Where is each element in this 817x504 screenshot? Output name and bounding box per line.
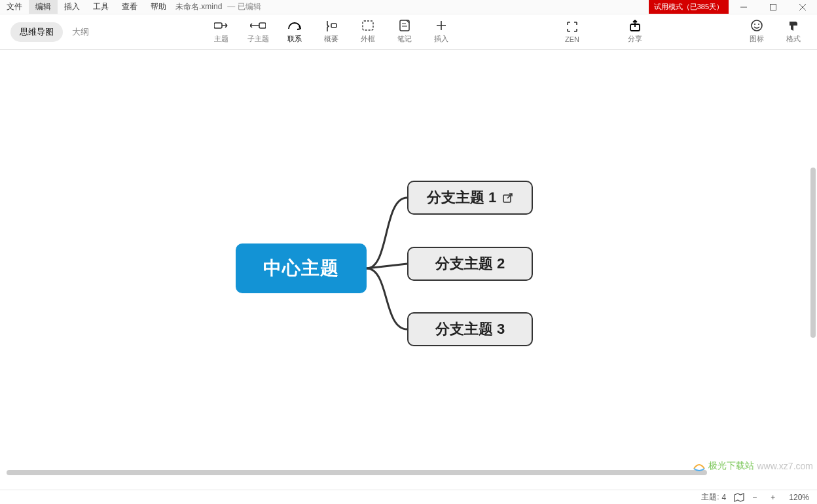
subtopic-label: 子主题 [247,34,269,44]
note-button[interactable]: 笔记 [386,20,423,44]
vertical-scrollbar[interactable] [810,102,816,477]
svg-rect-0 [770,4,776,10]
horizontal-scroll-thumb[interactable] [7,470,707,475]
menu-help[interactable]: 帮助 [144,0,173,14]
icons-panel-button[interactable]: 图标 [738,20,775,44]
svg-rect-1 [214,23,222,28]
minimize-button[interactable] [729,0,758,14]
maximize-icon [770,4,776,10]
topic-label: 主题 [214,34,228,44]
zen-button[interactable]: ZEN [554,20,590,44]
relation-button[interactable]: 联系 [276,20,313,44]
titlebar: 文件 编辑 插入 工具 查看 帮助 未命名.xmind — 已编辑 试用模式（已… [0,0,817,14]
smiley-icon [751,20,763,31]
minimize-icon [740,4,747,10]
svg-rect-4 [363,21,373,30]
relation-label: 联系 [287,34,302,44]
watermark-text: 极光下载站 [708,460,754,472]
watermark-url: www.xz7.com [757,461,813,471]
branch-topic-2[interactable]: 分支主题 2 [407,247,533,281]
relation-icon [287,20,302,31]
toolbar-main-group: 主题 子主题 联系 概要 外框 笔记 [203,20,460,44]
note-icon [399,20,410,31]
topic-count: 主题: 4 [701,492,726,503]
subtopic-button[interactable]: 子主题 [240,20,276,44]
boundary-label: 外框 [361,34,375,44]
plus-icon [436,20,446,31]
topic-count-label: 主题: [701,492,719,503]
external-link-icon [503,192,513,203]
canvas-area[interactable]: 中心主题 分支主题 1 分支主题 2 分支主题 3 极光下载站 www.xz7.… [0,50,817,490]
svg-point-8 [754,24,755,25]
zoom-out-button[interactable]: − [752,493,763,502]
menu-tools[interactable]: 工具 [86,0,115,14]
mindmap-canvas[interactable]: 中心主题 分支主题 1 分支主题 2 分支主题 3 [0,50,817,490]
horizontal-scrollbar[interactable] [1,470,804,475]
branch-topic-1[interactable]: 分支主题 1 [407,181,533,215]
insert-button[interactable]: 插入 [423,20,460,44]
branch-topic-3[interactable]: 分支主题 3 [407,312,533,346]
zoom-in-button[interactable]: + [771,493,781,502]
svg-rect-3 [331,24,336,27]
central-topic-text: 中心主题 [263,256,339,281]
menu-edit[interactable]: 编辑 [29,0,58,14]
branch-1-text: 分支主题 1 [427,188,496,207]
insert-label: 插入 [434,34,448,44]
topic-button[interactable]: 主题 [203,20,240,44]
summary-icon [325,20,337,31]
main-menu: 文件 编辑 插入 工具 查看 帮助 [0,0,173,14]
note-label: 笔记 [397,34,412,44]
format-panel-button[interactable]: 格式 [775,20,812,44]
view-mindmap-tab[interactable]: 思维导图 [10,22,63,42]
toolbar-right-group: ZEN 分享 图标 格式 [554,20,812,44]
boundary-icon [362,20,374,31]
branch-2-text: 分支主题 2 [435,254,505,274]
map-overview-button[interactable] [734,493,744,502]
zoom-level[interactable]: 120% [789,493,809,502]
close-button[interactable] [788,0,817,14]
app-window: 文件 编辑 插入 工具 查看 帮助 未命名.xmind — 已编辑 试用模式（已… [0,0,817,504]
view-switch: 思维导图 大纲 [10,22,98,42]
format-panel-label: 格式 [786,34,801,44]
view-outline-tab[interactable]: 大纲 [63,22,98,42]
menu-view[interactable]: 查看 [115,0,144,14]
watermark-logo-icon [693,459,706,473]
maximize-button[interactable] [758,0,788,14]
document-name: 未命名.xmind [175,1,222,12]
summary-label: 概要 [324,34,338,44]
share-icon [629,20,641,31]
topic-count-value: 4 [722,493,727,502]
watermark: 极光下载站 www.xz7.com [693,459,813,473]
close-icon [799,4,806,10]
subtopic-icon [250,20,266,31]
zen-icon [566,21,578,33]
statusbar: 主题: 4 − + 120% [0,490,817,504]
svg-rect-2 [259,23,266,28]
format-icon [788,20,799,31]
svg-point-7 [752,20,762,31]
trial-mode-badge[interactable]: 试用模式（已385天） [649,0,729,14]
branch-3-text: 分支主题 3 [435,319,505,339]
toolbar: 思维导图 大纲 主题 子主题 联系 概要 外框 [0,14,817,50]
menu-insert[interactable]: 插入 [58,0,86,14]
window-controls [729,0,817,14]
central-topic-node[interactable]: 中心主题 [236,243,367,293]
document-status: — 已编辑 [227,1,261,12]
map-icon [734,493,744,502]
icons-panel-label: 图标 [750,34,764,44]
share-button[interactable]: 分享 [617,20,653,44]
summary-button[interactable]: 概要 [313,20,350,44]
topic-icon [214,20,228,31]
vertical-scroll-thumb[interactable] [810,168,816,338]
menu-file[interactable]: 文件 [0,0,29,14]
document-title: 未命名.xmind — 已编辑 [175,0,261,14]
zen-label: ZEN [565,35,579,43]
boundary-button[interactable]: 外框 [350,20,386,44]
svg-point-9 [758,24,759,25]
share-label: 分享 [628,34,642,44]
